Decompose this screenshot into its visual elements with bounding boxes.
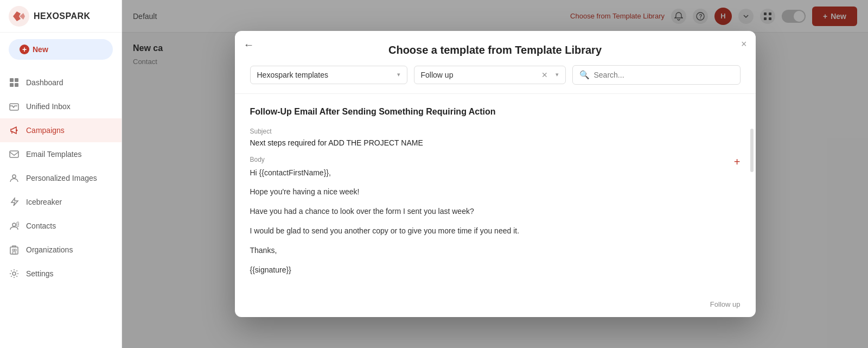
contact-icon xyxy=(9,220,20,231)
scrollbar-thumb xyxy=(750,129,754,172)
body-line-5: Thanks, xyxy=(250,244,741,257)
grid-icon xyxy=(9,77,20,88)
modal-title: Choose a template from Template Library xyxy=(250,44,741,56)
modal-filters: Hexospark templates ▾ Follow up ✕ ▾ xyxy=(250,65,741,85)
sidebar-item-settings[interactable]: Settings xyxy=(0,262,122,286)
logo-text: HEXOSPARK xyxy=(34,11,91,21)
body-line-3: Have you had a chance to look over the f… xyxy=(250,205,741,218)
body-label: Body xyxy=(250,156,741,163)
svg-rect-16 xyxy=(15,249,16,251)
modal-body: Follow-Up Email After Sending Something … xyxy=(235,94,756,296)
plus-icon: + xyxy=(20,45,29,54)
svg-rect-8 xyxy=(10,151,18,157)
body-line-1: Hi {{contactFirstName}}, xyxy=(250,167,741,180)
svg-rect-11 xyxy=(17,222,19,226)
search-icon: 🔍 xyxy=(579,70,590,80)
sidebar-nav: Dashboard Unified Inbox xyxy=(0,66,122,348)
sidebar-item-contacts[interactable]: Contacts xyxy=(0,214,122,238)
megaphone-icon xyxy=(9,125,20,136)
svg-point-10 xyxy=(12,223,16,226)
subject-label: Subject xyxy=(250,128,741,135)
template-modal: × ← Choose a template from Template Libr… xyxy=(235,31,756,318)
lightning-icon xyxy=(9,197,20,207)
template-type-value: Follow up xyxy=(421,71,454,79)
sidebar-item-label-dashboard: Dashboard xyxy=(26,78,63,87)
sidebar-item-email-templates[interactable]: Email Templates xyxy=(0,142,122,166)
template-source-dropdown[interactable]: Hexospark templates ▾ xyxy=(250,66,407,84)
svg-rect-5 xyxy=(15,83,18,87)
mail-icon xyxy=(9,149,20,160)
modal-header: Choose a template from Template Library … xyxy=(235,31,756,94)
sidebar-item-personalized-images[interactable]: Personalized Images xyxy=(0,166,122,190)
modal-close-button[interactable]: × xyxy=(741,39,747,50)
body-line-2: Hope you're having a nice week! xyxy=(250,186,741,199)
sidebar-item-label-organizations: Organizations xyxy=(26,245,73,254)
sidebar-item-label-icebreaker: Icebreaker xyxy=(26,198,62,206)
template-search-box[interactable]: 🔍 xyxy=(572,65,741,85)
logo-icon xyxy=(9,6,29,27)
modal-back-button[interactable]: ← xyxy=(244,39,254,51)
building-icon xyxy=(9,244,20,255)
svg-rect-15 xyxy=(12,249,14,251)
template-body: Hi {{contactFirstName}}, Hope you're hav… xyxy=(250,167,741,277)
body-line-6: {{signature}} xyxy=(250,264,741,277)
sidebar-item-dashboard[interactable]: Dashboard xyxy=(0,71,122,94)
modal-footer-tag: Follow up xyxy=(235,296,756,317)
template-type-dropdown[interactable]: Follow up ✕ ▾ xyxy=(414,66,566,84)
sidebar-item-icebreaker[interactable]: Icebreaker xyxy=(0,190,122,214)
template-subject: Next steps required for ADD THE PROJECT … xyxy=(250,138,741,147)
template-add-button[interactable]: + xyxy=(734,156,741,168)
sidebar-item-label-personalized-images: Personalized Images xyxy=(26,174,97,182)
svg-rect-2 xyxy=(10,78,14,82)
sidebar-item-label-settings: Settings xyxy=(26,269,54,278)
sidebar-item-label-unified-inbox: Unified Inbox xyxy=(26,102,71,111)
gear-icon xyxy=(9,268,20,279)
body-line-4: I would be glad to send you another copy… xyxy=(250,225,741,238)
template-source-value: Hexospark templates xyxy=(257,71,329,79)
svg-point-9 xyxy=(12,175,16,178)
template-title: Follow-Up Email After Sending Something … xyxy=(250,107,741,117)
sidebar-item-label-email-templates: Email Templates xyxy=(26,150,81,159)
modal-scrollbar[interactable] xyxy=(750,129,754,312)
svg-point-18 xyxy=(12,272,16,275)
svg-rect-3 xyxy=(15,78,18,82)
svg-point-7 xyxy=(16,130,18,131)
template-search-input[interactable] xyxy=(594,71,733,79)
logo-area: HEXOSPARK xyxy=(0,0,122,33)
template-type-chevron-icon: ▾ xyxy=(556,71,559,78)
sidebar-item-label-campaigns: Campaigns xyxy=(26,126,65,135)
modal-backdrop: × ← Choose a template from Template Libr… xyxy=(122,0,868,348)
new-button-label: New xyxy=(33,45,48,54)
template-type-clear-icon[interactable]: ✕ xyxy=(541,71,548,79)
sidebar: HEXOSPARK + New Dashboard xyxy=(0,0,122,348)
sidebar-item-unified-inbox[interactable]: Unified Inbox xyxy=(0,94,122,118)
sidebar-item-campaigns[interactable]: Campaigns xyxy=(0,118,122,142)
svg-rect-4 xyxy=(10,83,14,87)
inbox-icon xyxy=(9,101,20,112)
person-icon xyxy=(9,173,20,184)
main-area: Default Choose from Template Library ? xyxy=(122,0,868,348)
sidebar-item-label-contacts: Contacts xyxy=(26,222,56,230)
sidebar-item-organizations[interactable]: Organizations xyxy=(0,238,122,262)
new-campaign-button[interactable]: + New xyxy=(9,39,113,60)
template-source-chevron-icon: ▾ xyxy=(397,71,400,78)
